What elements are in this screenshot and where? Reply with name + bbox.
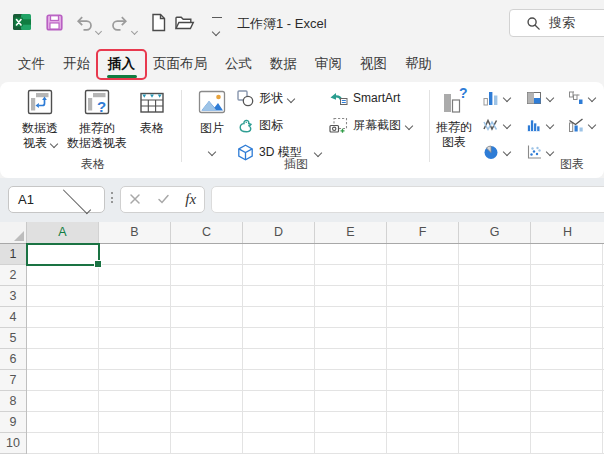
tab-insert[interactable]: 插入 <box>100 46 143 82</box>
recommended-pivottables-button[interactable]: ? 推荐的 数据透视表 <box>65 86 129 151</box>
screenshot-button[interactable]: 屏幕截图 <box>329 117 412 134</box>
customize-toolbar-chevron-icon[interactable] <box>212 17 222 39</box>
check-icon <box>157 193 170 205</box>
tab-data[interactable]: 数据 <box>262 46 305 82</box>
tab-view[interactable]: 视图 <box>352 46 395 82</box>
tab-help[interactable]: 帮助 <box>397 46 440 82</box>
select-all-corner[interactable] <box>0 222 27 243</box>
undo-button[interactable] <box>74 15 94 35</box>
shapes-dropdown-icon <box>287 94 295 102</box>
shapes-icon <box>237 90 254 107</box>
group-label-charts: 图表 <box>560 156 584 173</box>
hierarchy-chart-button[interactable] <box>525 89 553 107</box>
3d-models-button[interactable]: 3D 模型 <box>237 144 321 161</box>
group-label-illustrations: 插图 <box>284 156 308 173</box>
screenshot-label: 屏幕截图 <box>353 117 401 134</box>
excel-window: 工作簿1 - Excel 搜索 文件 开始 插入 页面布局 公式 数据 审阅 视… <box>0 0 604 454</box>
shapes-button[interactable]: 形状 <box>237 90 294 107</box>
pivottable-button[interactable]: 数据透 视表 <box>13 86 67 151</box>
title-bar: 工作簿1 - Excel 搜索 <box>0 0 604 46</box>
column-chart-icon <box>482 89 500 107</box>
excel-logo-icon <box>13 13 31 35</box>
row-header-6[interactable]: 6 <box>0 349 26 370</box>
select-all-triangle-icon <box>14 231 24 241</box>
waterfall-chart-button[interactable] <box>567 89 595 107</box>
scatter-chart-dropdown-icon <box>546 148 554 156</box>
combo-chart-button[interactable] <box>567 116 595 134</box>
save-button[interactable] <box>46 14 63 35</box>
smartart-label: SmartArt <box>353 91 400 105</box>
row-header-2[interactable]: 2 <box>0 265 26 286</box>
row-header-9[interactable]: 9 <box>0 412 26 433</box>
pivottable-label-2: 视表 <box>23 136 47 150</box>
tab-review[interactable]: 审阅 <box>307 46 350 82</box>
icons-button[interactable]: 图标 <box>237 117 283 134</box>
search-box[interactable]: 搜索 <box>509 9 604 37</box>
histogram-chart-icon <box>525 116 543 134</box>
undo-dropdown-icon[interactable] <box>96 20 101 38</box>
table-button[interactable]: 表格 <box>128 86 176 136</box>
tab-formulas[interactable]: 公式 <box>217 46 260 82</box>
pictures-label: 图片 <box>200 121 224 135</box>
row-header-4[interactable]: 4 <box>0 307 26 328</box>
duck-icon <box>237 117 254 134</box>
column-header-h[interactable]: H <box>531 222 604 243</box>
column-header-d[interactable]: D <box>243 222 315 243</box>
tab-page-layout[interactable]: 页面布局 <box>145 46 215 82</box>
line-chart-icon <box>482 116 500 134</box>
row-header-5[interactable]: 5 <box>0 328 26 349</box>
formula-input[interactable] <box>211 186 604 213</box>
formula-bar-separator-icon <box>111 192 113 203</box>
question-mark-glyph: ? <box>97 98 106 115</box>
recommended-charts-button[interactable]: ? 推荐的 图表 <box>428 86 480 150</box>
combo-chart-dropdown-icon <box>588 121 596 129</box>
name-box-dropdown-icon <box>63 185 91 213</box>
column-header-f[interactable]: F <box>387 222 459 243</box>
tab-home[interactable]: 开始 <box>55 46 98 82</box>
column-header-e[interactable]: E <box>315 222 387 243</box>
line-chart-button[interactable] <box>482 116 510 134</box>
combo-chart-icon <box>567 116 585 134</box>
histogram-chart-button[interactable] <box>525 116 553 134</box>
smartart-button[interactable]: SmartArt <box>329 90 400 106</box>
row-header-3[interactable]: 3 <box>0 286 26 307</box>
shapes-label: 形状 <box>259 90 283 107</box>
scatter-chart-button[interactable] <box>525 143 553 161</box>
column-header-g[interactable]: G <box>459 222 531 243</box>
cancel-button[interactable] <box>129 191 141 209</box>
row-header-8[interactable]: 8 <box>0 391 26 412</box>
tab-file[interactable]: 文件 <box>10 46 53 82</box>
smartart-icon <box>329 90 348 106</box>
pictures-dropdown-icon <box>208 148 216 156</box>
pie-chart-button[interactable] <box>482 143 510 161</box>
histogram-chart-dropdown-icon <box>546 121 554 129</box>
column-header-c[interactable]: C <box>171 222 243 243</box>
row-header-10[interactable]: 10 <box>0 433 26 454</box>
column-header-b[interactable]: B <box>99 222 171 243</box>
row-header-1[interactable]: 1 <box>0 244 26 265</box>
redo-dropdown-icon[interactable] <box>132 20 137 38</box>
group-separator <box>181 90 182 162</box>
formula-buttons: fx <box>120 186 205 213</box>
fill-handle[interactable] <box>94 260 102 268</box>
column-chart-button[interactable] <box>482 89 510 107</box>
insert-function-button[interactable]: fx <box>185 191 196 208</box>
recommended-pivottables-icon: ? <box>65 86 129 118</box>
screenshot-dropdown-icon <box>405 121 413 129</box>
row-header-7[interactable]: 7 <box>0 370 26 391</box>
cells-area[interactable] <box>27 244 604 454</box>
redo-button[interactable] <box>110 15 130 35</box>
line-chart-dropdown-icon <box>503 121 511 129</box>
3d-models-dropdown-icon <box>313 148 321 156</box>
pivottable-label-1: 数据透 <box>22 121 58 135</box>
pictures-button[interactable]: 图片 <box>192 86 232 159</box>
enter-button[interactable] <box>157 191 170 209</box>
selected-cell-a1[interactable] <box>26 243 100 266</box>
pivottable-icon <box>13 86 67 118</box>
group-label-tables: 表格 <box>81 156 105 173</box>
recommended-charts-icon: ? <box>428 86 480 117</box>
new-file-button[interactable] <box>149 13 167 36</box>
column-header-a[interactable]: A <box>27 222 99 243</box>
name-box[interactable]: A1 <box>8 186 105 213</box>
open-file-button[interactable] <box>174 15 195 35</box>
